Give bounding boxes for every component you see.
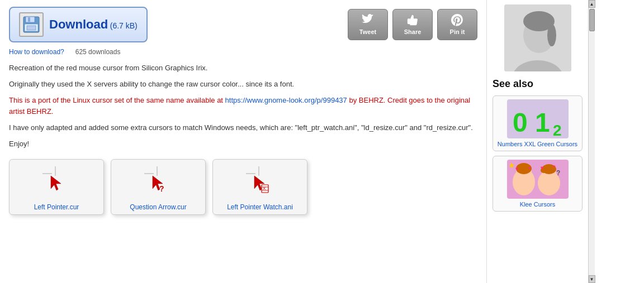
top-bar: Download (6.7 kB) Tweet Share <box>9 7 477 42</box>
scroll-down-arrow[interactable]: ▼ <box>589 275 595 283</box>
profile-avatar <box>504 4 571 71</box>
download-label: Download <box>49 17 108 31</box>
download-icon <box>19 12 44 37</box>
cursor-preview-question-arrow: ? <box>111 160 205 201</box>
desc-line3-red: This is a port of the Linux cursor set o… <box>9 96 225 104</box>
cursor-label-left-pointer: Left Pointer.cur <box>34 201 79 214</box>
tweet-button[interactable]: Tweet <box>348 9 388 40</box>
enjoy-text: Enjoy! <box>9 138 477 150</box>
share-label: Share <box>404 28 422 35</box>
download-button[interactable]: Download (6.7 kB) <box>9 7 148 42</box>
svg-marker-7 <box>51 176 61 190</box>
cursor-preview-left-pointer <box>10 160 103 201</box>
pin-button[interactable]: Pin it <box>437 9 477 40</box>
profile-area <box>493 4 583 71</box>
svg-text:♥: ♥ <box>528 166 531 171</box>
see-also-title: See also <box>493 78 583 90</box>
pin-label: Pin it <box>450 28 465 35</box>
tweet-label: Tweet <box>359 28 376 35</box>
how-to-link[interactable]: How to download? <box>9 48 64 56</box>
cursor-preview-left-pointer-watch: X <box>213 160 307 201</box>
star-icon: ★ <box>508 161 515 170</box>
klee-card-image: ★ ♥ ♥ ♥ ♥ ? <box>507 160 569 199</box>
see-also-card-klee[interactable]: ★ ♥ ♥ ♥ ♥ ? <box>493 156 583 212</box>
thumbsup-icon <box>406 14 419 26</box>
svg-text:?: ? <box>159 184 164 193</box>
downloads-count: 625 downloads <box>75 48 121 56</box>
klee-card-label: Klee Cursors <box>520 201 556 208</box>
see-also-card-numbers[interactable]: 0 1 2 Numbers XXL Green Cursors <box>493 95 583 151</box>
svg-text:X: X <box>263 186 266 191</box>
pinterest-icon <box>451 14 463 26</box>
svg-text:2: 2 <box>553 122 562 138</box>
download-size: (6.7 kB) <box>110 21 138 30</box>
svg-text:1: 1 <box>535 108 550 137</box>
sidebar: See also 0 1 2 Numbers XXL Green Cursors… <box>486 0 588 283</box>
gnome-link[interactable]: https://www.gnome-look.org/p/999437 <box>225 96 347 104</box>
right-scrollbar: ▲ ▼ <box>588 0 595 283</box>
svg-point-23 <box>547 24 556 46</box>
svg-text:♥: ♥ <box>553 164 556 169</box>
svg-rect-2 <box>28 17 30 22</box>
svg-text:0: 0 <box>513 108 528 137</box>
cursors-row: Left Pointer.cur ? Question Arrow.cur <box>9 159 477 215</box>
svg-text:♥: ♥ <box>541 165 544 171</box>
twitter-icon <box>362 14 374 26</box>
download-meta: How to download? 625 downloads <box>9 48 477 56</box>
desc-line1: Recreation of the red mouse cursor from … <box>9 63 477 74</box>
cursor-card-question-arrow[interactable]: ? Question Arrow.cur <box>111 159 206 215</box>
svg-text:?: ? <box>556 169 560 177</box>
cursor-card-left-pointer-watch[interactable]: X Left Pointer Watch.ani <box>212 159 307 215</box>
desc-line3: This is a port of the Linux cursor set o… <box>9 95 477 118</box>
cursor-label-question-arrow: Question Arrow.cur <box>130 201 186 214</box>
cursor-label-left-pointer-watch: Left Pointer Watch.ani <box>227 201 293 214</box>
numbers-card-image: 0 1 2 <box>507 99 569 138</box>
scroll-thumb[interactable] <box>589 9 595 31</box>
scroll-up-arrow[interactable]: ▲ <box>589 0 595 8</box>
svg-text:♥: ♥ <box>515 166 519 172</box>
numbers-card-label: Numbers XXL Green Cursors <box>498 141 577 147</box>
social-buttons: Tweet Share Pin it <box>348 9 477 40</box>
main-content: Download (6.7 kB) Tweet Share <box>0 0 486 283</box>
cursor-card-left-pointer[interactable]: Left Pointer.cur <box>9 159 104 215</box>
description: Recreation of the red mouse cursor from … <box>9 63 477 150</box>
svg-rect-4 <box>27 26 36 30</box>
download-text: Download (6.7 kB) <box>49 17 138 32</box>
share-button[interactable]: Share <box>392 9 433 40</box>
desc-line2: Originally they used the X servers abili… <box>9 79 477 90</box>
desc-line4: I have only adapted and added some extra… <box>9 122 477 134</box>
